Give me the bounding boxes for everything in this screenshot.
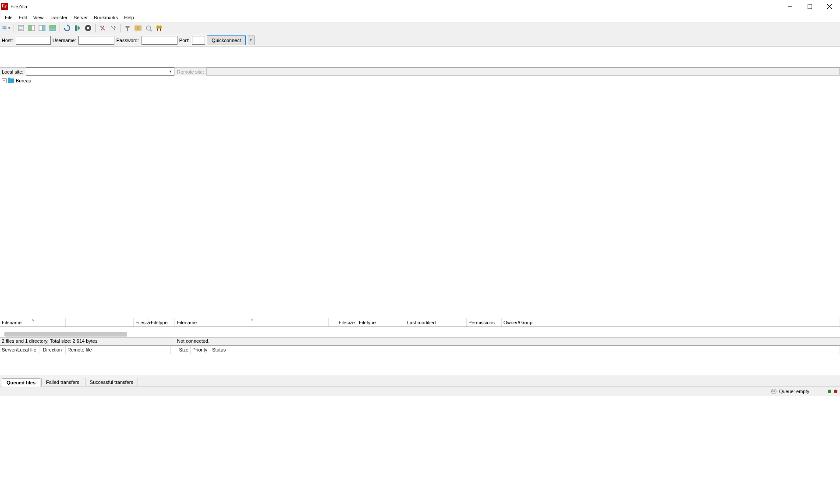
col-size[interactable]: Size [171,346,191,354]
password-label: Password: [116,38,138,43]
svg-rect-17 [50,28,56,31]
col-spacer [576,318,840,327]
remote-site-label: Remote site: [175,69,206,75]
menu-bar: File Edit View Transfer Server Bookmarks… [0,13,840,22]
remote-tree[interactable] [175,76,840,318]
menu-help[interactable]: Help [121,14,137,21]
menu-edit[interactable]: Edit [16,14,30,21]
col-spacer [243,346,840,354]
queue-header: Server/Local file Direction Remote file … [0,346,840,354]
col-spacer[interactable] [66,318,134,327]
svg-point-6 [3,27,3,27]
status-indicator-green [828,390,831,393]
queue-icon: ⊘ [771,389,776,394]
col-priority[interactable]: Priority [191,346,210,354]
col-permissions[interactable]: Permissions [467,318,502,327]
col-filename[interactable]: Filename∨ [175,318,329,327]
minimize-button[interactable] [780,0,800,13]
host-label: Host: [2,38,13,43]
col-remote-file[interactable]: Remote file [66,346,171,354]
quickconnect-button[interactable]: Quickconnect [207,35,246,45]
site-manager-button[interactable]: ▼ [2,23,11,33]
queue-tabs: Queued files Failed transfers Successful… [0,376,840,386]
col-filetype[interactable]: Filetype [149,318,175,327]
process-queue-button[interactable] [73,23,82,33]
svg-point-7 [3,28,3,29]
directory-compare-button[interactable] [133,23,143,33]
search-button[interactable] [154,23,164,33]
username-label: Username: [53,38,76,43]
expand-icon[interactable]: + [2,78,7,83]
remote-file-list[interactable] [175,327,840,337]
toggle-queue-button[interactable] [48,23,57,33]
tab-successful-transfers[interactable]: Successful transfers [85,378,138,386]
svg-rect-15 [43,25,45,31]
horizontal-scrollbar[interactable] [4,332,127,337]
col-status[interactable]: Status [210,346,243,354]
toggle-message-log-button[interactable] [16,23,26,33]
port-input[interactable] [192,36,205,45]
queue-list[interactable] [0,354,840,376]
svg-rect-32 [157,28,158,31]
username-input[interactable] [78,36,114,45]
local-file-list[interactable] [0,327,175,337]
tree-panes: + Bureau [0,76,840,318]
message-log[interactable] [0,46,840,67]
menu-view[interactable]: View [30,14,47,21]
close-button[interactable] [819,0,839,13]
menu-server[interactable]: Server [71,14,91,21]
svg-rect-13 [32,25,35,31]
sync-browse-button[interactable] [144,23,153,33]
file-list-bodies [0,327,840,337]
col-filename[interactable]: Filename∧ [0,318,66,327]
col-direction[interactable]: Direction [39,346,66,354]
password-input[interactable] [142,36,177,45]
menu-transfer[interactable]: Transfer [46,14,71,21]
menu-file[interactable]: File [2,14,16,21]
local-site-combo[interactable]: ▼ [26,67,174,76]
svg-marker-20 [78,25,80,31]
tree-item-label: Bureau [16,78,31,83]
svg-line-29 [150,30,152,31]
svg-rect-19 [75,25,77,31]
quickconnect-bar: Host: Username: Password: Port: Quickcon… [0,34,840,46]
filter-button[interactable] [123,23,132,33]
col-filesize[interactable]: Filesize [329,318,357,327]
status-indicator-red [834,390,837,393]
toggle-local-tree-button[interactable] [27,23,36,33]
toggle-remote-tree-button[interactable] [37,23,47,33]
maximize-button[interactable] [800,0,819,13]
svg-point-31 [159,25,162,29]
file-list-headers: Filename∧ Filesize Filetype Filename∨ Fi… [0,318,840,327]
title-bar: FileZilla [0,0,840,13]
status-bar: ⊘ Queue: empty [0,386,840,396]
site-bar: Local site: ▼ Remote site: [0,67,840,76]
svg-rect-16 [50,25,56,28]
tree-item[interactable]: + Bureau [2,77,173,84]
local-tree[interactable]: + Bureau [0,76,175,318]
svg-point-30 [156,25,159,29]
port-label: Port: [179,38,189,43]
col-owner-group[interactable]: Owner/Group [502,318,576,327]
reconnect-button[interactable] [108,23,118,33]
tab-failed-transfers[interactable]: Failed transfers [41,378,84,386]
quickconnect-dropdown[interactable]: ▼ [248,35,255,45]
col-filetype[interactable]: Filetype [357,318,405,327]
folder-icon [8,78,14,83]
col-filesize[interactable]: Filesize [134,318,149,327]
local-status: 2 files and 1 directory. Total size: 2 6… [0,337,175,345]
tab-queued-files[interactable]: Queued files [2,378,40,387]
col-server-local[interactable]: Server/Local file [0,346,39,354]
menu-bookmarks[interactable]: Bookmarks [91,14,121,21]
list-status-row: 2 files and 1 directory. Total size: 2 6… [0,337,840,346]
disconnect-button[interactable] [98,23,107,33]
svg-rect-26 [135,26,138,30]
refresh-button[interactable] [62,23,72,33]
host-input[interactable] [16,36,51,45]
cancel-button[interactable] [83,23,93,33]
app-icon [1,3,8,10]
svg-point-28 [146,26,151,30]
remote-list-header: Filename∨ Filesize Filetype Last modifie… [175,318,840,327]
col-last-modified[interactable]: Last modified [405,318,467,327]
local-site-label: Local site: [0,69,25,75]
